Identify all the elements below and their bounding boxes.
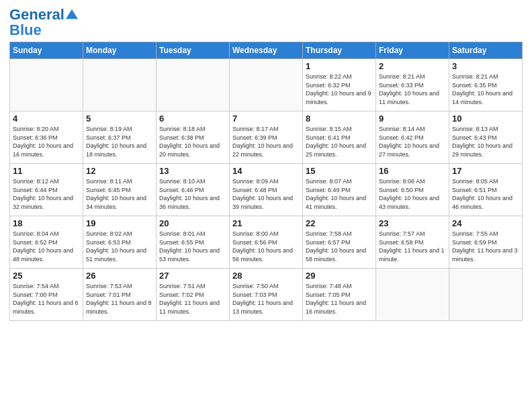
day-info: Sunrise: 8:11 AM Sunset: 6:45 PM Dayligh… xyxy=(86,177,153,211)
calendar-cell: 13Sunrise: 8:10 AM Sunset: 6:46 PM Dayli… xyxy=(157,164,230,216)
page-container: General Blue SundayMondayTuesdayWednesda… xyxy=(0,0,532,326)
calendar-cell: 23Sunrise: 7:57 AM Sunset: 6:58 PM Dayli… xyxy=(376,216,449,269)
calendar-cell: 29Sunrise: 7:48 AM Sunset: 7:05 PM Dayli… xyxy=(303,269,376,321)
day-info: Sunrise: 8:17 AM Sunset: 6:39 PM Dayligh… xyxy=(232,125,300,158)
day-info: Sunrise: 7:51 AM Sunset: 7:02 PM Dayligh… xyxy=(159,282,226,316)
day-number: 19 xyxy=(86,218,153,228)
day-info: Sunrise: 8:10 AM Sunset: 6:46 PM Dayligh… xyxy=(159,177,226,211)
calendar-week-5: 25Sunrise: 7:54 AM Sunset: 7:00 PM Dayli… xyxy=(10,269,523,321)
calendar-cell: 19Sunrise: 8:02 AM Sunset: 6:53 PM Dayli… xyxy=(83,216,157,269)
calendar-cell: 17Sunrise: 8:05 AM Sunset: 6:51 PM Dayli… xyxy=(449,164,523,216)
day-number: 25 xyxy=(13,271,80,281)
calendar-cell: 1Sunrise: 8:22 AM Sunset: 6:32 PM Daylig… xyxy=(303,59,376,111)
calendar-cell: 24Sunrise: 7:55 AM Sunset: 6:59 PM Dayli… xyxy=(449,216,523,269)
day-number: 18 xyxy=(13,218,80,228)
day-number: 1 xyxy=(306,61,373,71)
day-info: Sunrise: 8:14 AM Sunset: 6:42 PM Dayligh… xyxy=(379,125,446,158)
day-number: 29 xyxy=(306,271,373,281)
day-number: 26 xyxy=(86,271,153,281)
day-number: 17 xyxy=(452,166,519,176)
calendar-cell: 27Sunrise: 7:51 AM Sunset: 7:02 PM Dayli… xyxy=(157,269,230,321)
day-info: Sunrise: 7:55 AM Sunset: 6:59 PM Dayligh… xyxy=(452,230,519,263)
calendar-cell xyxy=(10,59,83,111)
calendar-cell: 15Sunrise: 8:07 AM Sunset: 6:49 PM Dayli… xyxy=(303,164,376,216)
day-info: Sunrise: 7:48 AM Sunset: 7:05 PM Dayligh… xyxy=(306,282,373,316)
calendar-cell: 9Sunrise: 8:14 AM Sunset: 6:42 PM Daylig… xyxy=(376,111,449,164)
calendar-cell: 28Sunrise: 7:50 AM Sunset: 7:03 PM Dayli… xyxy=(230,269,303,321)
day-number: 3 xyxy=(452,61,519,71)
day-info: Sunrise: 8:22 AM Sunset: 6:32 PM Dayligh… xyxy=(306,73,373,106)
weekday-header-row: SundayMondayTuesdayWednesdayThursdayFrid… xyxy=(10,42,523,59)
day-number: 11 xyxy=(13,166,80,176)
day-number: 16 xyxy=(379,166,446,176)
day-info: Sunrise: 7:54 AM Sunset: 7:00 PM Dayligh… xyxy=(13,282,80,316)
calendar-cell: 7Sunrise: 8:17 AM Sunset: 6:39 PM Daylig… xyxy=(230,111,303,164)
calendar-cell xyxy=(230,59,303,111)
weekday-header-tuesday: Tuesday xyxy=(157,42,230,59)
calendar-cell: 2Sunrise: 8:21 AM Sunset: 6:33 PM Daylig… xyxy=(376,59,449,111)
day-number: 2 xyxy=(379,61,446,71)
calendar-cell: 12Sunrise: 8:11 AM Sunset: 6:45 PM Dayli… xyxy=(83,164,157,216)
calendar-cell xyxy=(157,59,230,111)
day-number: 21 xyxy=(232,218,300,228)
day-info: Sunrise: 8:15 AM Sunset: 6:41 PM Dayligh… xyxy=(306,125,373,158)
logo: General Blue xyxy=(9,7,78,38)
day-number: 20 xyxy=(159,218,226,228)
weekday-header-sunday: Sunday xyxy=(10,42,83,59)
weekday-header-saturday: Saturday xyxy=(449,42,523,59)
calendar-cell: 5Sunrise: 8:19 AM Sunset: 6:37 PM Daylig… xyxy=(83,111,157,164)
calendar-week-1: 1Sunrise: 8:22 AM Sunset: 6:32 PM Daylig… xyxy=(10,59,523,111)
calendar-cell xyxy=(376,269,449,321)
calendar-cell: 11Sunrise: 8:12 AM Sunset: 6:44 PM Dayli… xyxy=(10,164,83,216)
calendar-week-3: 11Sunrise: 8:12 AM Sunset: 6:44 PM Dayli… xyxy=(10,164,523,216)
weekday-header-thursday: Thursday xyxy=(303,42,376,59)
day-number: 8 xyxy=(306,113,373,124)
day-info: Sunrise: 8:06 AM Sunset: 6:50 PM Dayligh… xyxy=(379,177,446,211)
weekday-header-friday: Friday xyxy=(376,42,449,59)
day-info: Sunrise: 8:18 AM Sunset: 6:38 PM Dayligh… xyxy=(159,125,226,158)
day-number: 23 xyxy=(379,218,446,228)
day-info: Sunrise: 7:57 AM Sunset: 6:58 PM Dayligh… xyxy=(379,230,446,263)
calendar-cell: 22Sunrise: 7:58 AM Sunset: 6:57 PM Dayli… xyxy=(303,216,376,269)
day-info: Sunrise: 7:58 AM Sunset: 6:57 PM Dayligh… xyxy=(306,230,373,263)
calendar-cell: 10Sunrise: 8:13 AM Sunset: 6:43 PM Dayli… xyxy=(449,111,523,164)
logo-text-blue: Blue xyxy=(9,23,78,38)
day-number: 12 xyxy=(86,166,153,176)
day-info: Sunrise: 8:19 AM Sunset: 6:37 PM Dayligh… xyxy=(86,125,153,158)
day-number: 5 xyxy=(86,113,153,124)
calendar-cell: 21Sunrise: 8:00 AM Sunset: 6:56 PM Dayli… xyxy=(230,216,303,269)
svg-marker-0 xyxy=(66,9,78,19)
day-info: Sunrise: 8:05 AM Sunset: 6:51 PM Dayligh… xyxy=(452,177,519,211)
day-number: 22 xyxy=(306,218,373,228)
day-info: Sunrise: 8:02 AM Sunset: 6:53 PM Dayligh… xyxy=(86,230,153,263)
day-number: 24 xyxy=(452,218,519,228)
day-number: 14 xyxy=(232,166,300,176)
calendar-cell: 3Sunrise: 8:21 AM Sunset: 6:35 PM Daylig… xyxy=(449,59,523,111)
calendar-cell xyxy=(449,269,523,321)
day-number: 13 xyxy=(159,166,226,176)
calendar-table: SundayMondayTuesdayWednesdayThursdayFrid… xyxy=(9,42,523,321)
calendar-week-2: 4Sunrise: 8:20 AM Sunset: 6:36 PM Daylig… xyxy=(10,111,523,164)
calendar-cell: 18Sunrise: 8:04 AM Sunset: 6:52 PM Dayli… xyxy=(10,216,83,269)
day-info: Sunrise: 7:53 AM Sunset: 7:01 PM Dayligh… xyxy=(86,282,153,316)
day-info: Sunrise: 8:21 AM Sunset: 6:33 PM Dayligh… xyxy=(379,73,446,106)
day-info: Sunrise: 8:21 AM Sunset: 6:35 PM Dayligh… xyxy=(452,73,519,106)
day-info: Sunrise: 8:20 AM Sunset: 6:36 PM Dayligh… xyxy=(13,125,80,158)
day-number: 15 xyxy=(306,166,373,176)
day-info: Sunrise: 8:04 AM Sunset: 6:52 PM Dayligh… xyxy=(13,230,80,263)
day-info: Sunrise: 8:01 AM Sunset: 6:55 PM Dayligh… xyxy=(159,230,226,263)
calendar-cell: 4Sunrise: 8:20 AM Sunset: 6:36 PM Daylig… xyxy=(10,111,83,164)
calendar-cell: 16Sunrise: 8:06 AM Sunset: 6:50 PM Dayli… xyxy=(376,164,449,216)
calendar-cell: 25Sunrise: 7:54 AM Sunset: 7:00 PM Dayli… xyxy=(10,269,83,321)
weekday-header-wednesday: Wednesday xyxy=(230,42,303,59)
logo-text-general: General xyxy=(9,7,64,23)
day-info: Sunrise: 8:12 AM Sunset: 6:44 PM Dayligh… xyxy=(13,177,80,211)
calendar-cell xyxy=(83,59,157,111)
day-number: 4 xyxy=(13,113,80,124)
day-info: Sunrise: 7:50 AM Sunset: 7:03 PM Dayligh… xyxy=(232,282,300,316)
calendar-cell: 8Sunrise: 8:15 AM Sunset: 6:41 PM Daylig… xyxy=(303,111,376,164)
day-info: Sunrise: 8:00 AM Sunset: 6:56 PM Dayligh… xyxy=(232,230,300,263)
day-number: 27 xyxy=(159,271,226,281)
day-number: 6 xyxy=(159,113,226,124)
day-info: Sunrise: 8:07 AM Sunset: 6:49 PM Dayligh… xyxy=(306,177,373,211)
